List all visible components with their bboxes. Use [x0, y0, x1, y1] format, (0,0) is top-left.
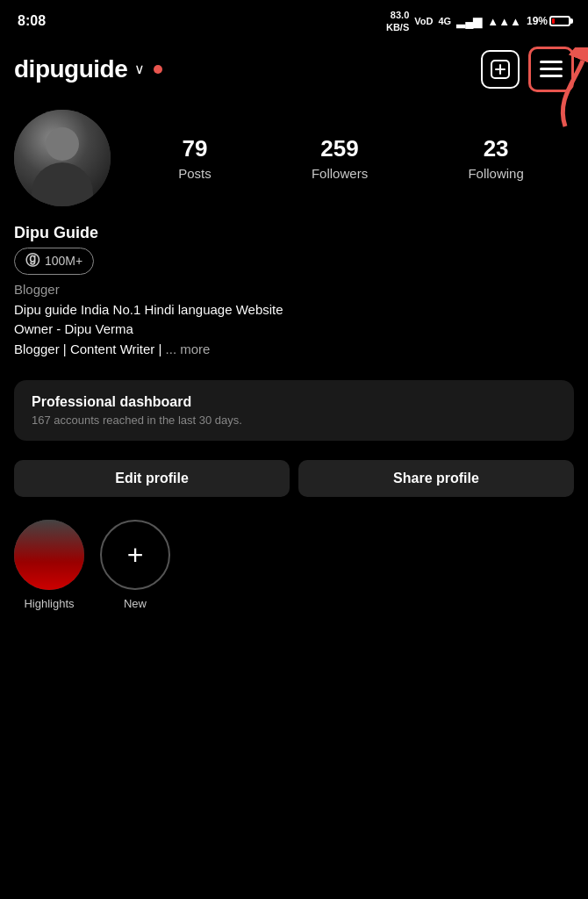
highlight-image [14, 520, 84, 590]
highlight-item[interactable]: Highlights [14, 520, 84, 610]
dashboard-title: Professional dashboard [32, 394, 556, 410]
bio-section: Dipu Guide ⓖ 100M+ Blogger Dipu guide In… [0, 220, 588, 370]
posts-count: 79 [182, 135, 207, 162]
posts-label: Posts [178, 166, 212, 181]
edit-profile-button[interactable]: Edit profile [14, 460, 290, 497]
profile-section: 79 Posts 259 Followers 23 Following [0, 103, 588, 220]
username-row: dipuguide ∨ [14, 55, 162, 83]
online-dot [154, 65, 162, 74]
following-label: Following [468, 166, 523, 181]
battery-fill [552, 18, 555, 24]
signal-bars-icon: ▂▄▆ [456, 15, 482, 28]
posts-stat[interactable]: 79 Posts [178, 135, 212, 181]
red-arrow-annotation [486, 47, 588, 135]
following-stat[interactable]: 23 Following [468, 135, 523, 181]
threads-follower-count: 100M+ [45, 254, 82, 268]
threads-badge[interactable]: ⓖ 100M+ [14, 248, 94, 275]
signal-wifi-icon: ▲▲▲ [487, 15, 521, 28]
network-type-icon: VoD [414, 16, 433, 26]
followers-label: Followers [312, 166, 368, 181]
avatar[interactable] [14, 110, 111, 206]
avatar-container [14, 110, 111, 206]
display-name: Dipu Guide [14, 224, 574, 242]
highlight-label: Highlights [24, 597, 74, 610]
following-count: 23 [484, 135, 509, 162]
battery-percent: 19% [527, 15, 548, 27]
plus-icon: + [127, 539, 144, 572]
new-highlight-circle: + [100, 520, 170, 590]
status-right: 83.0 KB/S VoD 4G ▂▄▆ ▲▲▲ 19% [386, 9, 570, 34]
avatar-image [14, 110, 111, 206]
bio-line2: Owner - Dipu Verma [14, 321, 133, 336]
stats-container: 79 Posts 259 Followers 23 Following [128, 135, 574, 181]
highlights-section: Highlights + New [0, 506, 588, 610]
chevron-down-icon[interactable]: ∨ [134, 61, 145, 77]
username-label: dipuguide [14, 55, 127, 83]
share-profile-button[interactable]: Share profile [298, 460, 574, 497]
action-buttons: Edit profile Share profile [0, 451, 588, 506]
status-bar: 8:08 83.0 KB/S VoD 4G ▂▄▆ ▲▲▲ 19% [0, 0, 588, 40]
threads-logo-icon: ⓖ [25, 252, 39, 270]
bio-line1: Dipu guide India No.1 Hindi language Web… [14, 302, 283, 317]
new-highlight-item[interactable]: + New [100, 520, 170, 610]
network-speed: 83.0 KB/S [386, 9, 409, 34]
bio-line3: Blogger | Content Writer | [14, 342, 161, 356]
bio-text: Dipu guide India No.1 Hindi language Web… [14, 300, 574, 360]
status-time: 8:08 [18, 13, 46, 29]
professional-dashboard-card[interactable]: Professional dashboard 167 accounts reac… [14, 380, 574, 441]
new-highlight-label: New [124, 597, 147, 610]
followers-stat[interactable]: 259 Followers [312, 135, 368, 181]
bio-role: Blogger [14, 282, 574, 297]
battery-indicator: 19% [527, 15, 570, 27]
signal-4g-icon: 4G [438, 16, 451, 26]
dashboard-subtitle: 167 accounts reached in the last 30 days… [32, 414, 556, 427]
bio-more-link[interactable]: ... more [166, 342, 211, 356]
followers-count: 259 [320, 135, 358, 162]
highlight-circle [14, 520, 84, 590]
battery-icon [549, 16, 570, 26]
